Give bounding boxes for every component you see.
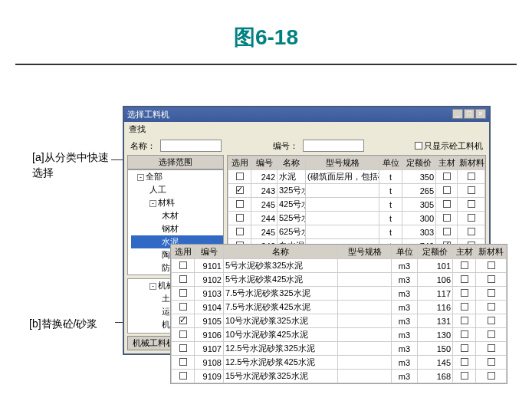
select-checkbox[interactable] [179, 261, 187, 269]
select-checkbox[interactable] [179, 303, 187, 311]
main-mat-checkbox[interactable] [461, 358, 468, 366]
new-mat-checkbox[interactable] [468, 214, 475, 222]
select-checkbox[interactable] [179, 372, 187, 380]
cell [338, 370, 392, 383]
col-header[interactable]: 主材 [453, 245, 476, 259]
new-mat-checkbox[interactable] [488, 303, 495, 311]
select-checkbox[interactable] [179, 317, 187, 324]
select-checkbox[interactable] [236, 200, 244, 208]
select-checkbox[interactable] [236, 186, 244, 194]
col-header[interactable]: 编号 [251, 156, 277, 170]
col-header[interactable]: 型号规格 [338, 245, 392, 259]
select-checkbox[interactable] [179, 344, 187, 352]
table-row[interactable]: 243325号水泥t265 [228, 184, 485, 198]
main-mat-checkbox[interactable] [443, 186, 451, 194]
main-mat-checkbox[interactable] [461, 330, 468, 338]
select-checkbox[interactable] [236, 228, 244, 235]
min-icon[interactable]: _ [452, 109, 463, 119]
table-row[interactable]: 910915号水泥砂浆325水泥m3168 [172, 370, 507, 383]
select-checkbox[interactable] [179, 330, 187, 338]
only-checkbox[interactable] [415, 142, 422, 150]
col-header[interactable]: 型号规格 [306, 156, 379, 170]
select-checkbox[interactable] [179, 275, 187, 283]
main-mat-checkbox[interactable] [443, 228, 451, 235]
new-mat-checkbox[interactable] [488, 372, 495, 380]
main-mat-checkbox[interactable] [461, 344, 468, 352]
main-mat-checkbox[interactable] [461, 372, 468, 380]
table-row[interactable]: 244525号水泥t300 [228, 212, 485, 225]
select-checkbox[interactable] [236, 173, 244, 180]
new-mat-checkbox[interactable] [488, 275, 495, 283]
new-mat-checkbox[interactable] [468, 186, 475, 194]
new-mat-checkbox[interactable] [468, 228, 475, 235]
col-header[interactable]: 单位 [392, 245, 418, 259]
only-checkbox-label[interactable]: 只显示砼工料机 [415, 140, 483, 152]
table-row[interactable]: 910812.5号水泥砂浆425水泥m3145 [172, 356, 507, 370]
table-row[interactable]: 91047.5号水泥砂浆425水泥m3116 [172, 301, 507, 314]
cell: 145 [418, 356, 453, 370]
new-mat-checkbox[interactable] [468, 173, 475, 180]
tree-item[interactable]: -全部 [131, 170, 223, 183]
main-mat-checkbox[interactable] [443, 200, 451, 208]
search-row: 名称： 编号： 只显示砼工料机 [124, 136, 489, 155]
cell [476, 370, 507, 383]
name-input[interactable] [160, 140, 222, 152]
new-mat-checkbox[interactable] [488, 317, 495, 324]
cell [436, 184, 458, 198]
col-header[interactable]: 定额价 [402, 156, 436, 170]
select-checkbox[interactable] [236, 214, 244, 222]
cell: m3 [392, 356, 418, 370]
tree-item[interactable]: 人工 [131, 183, 223, 196]
col-header[interactable]: 新材料 [476, 245, 507, 259]
select-checkbox[interactable] [179, 289, 187, 297]
col-header[interactable]: 选用 [172, 245, 195, 259]
new-mat-checkbox[interactable] [488, 344, 495, 352]
close-icon[interactable]: × [475, 109, 486, 119]
max-icon[interactable]: □ [464, 109, 475, 119]
tree-item[interactable]: -材料 [131, 196, 223, 209]
table-row[interactable]: 910610号水泥砂浆425水泥m3130 [172, 328, 507, 342]
table-row[interactable]: 910712.5号水泥砂浆325水泥m3150 [172, 342, 507, 356]
main-mat-checkbox[interactable] [461, 303, 468, 311]
col-header[interactable]: 新材料 [458, 156, 485, 170]
cell: 10号水泥砂浆425水泥 [224, 328, 338, 342]
table-row[interactable]: 245625号水泥t303 [228, 225, 485, 239]
main-mat-checkbox[interactable] [461, 317, 468, 324]
cell [228, 198, 251, 212]
table-row[interactable]: 242水泥(砌筑面层用，包括砂)t350 [228, 170, 485, 184]
col-header[interactable]: 编号 [195, 245, 224, 259]
new-mat-checkbox[interactable] [468, 200, 475, 208]
table-row[interactable]: 91025号水泥砂浆425水泥m3106 [172, 273, 507, 287]
code-input[interactable] [303, 140, 364, 152]
table-row[interactable]: 91015号水泥砂浆325水泥m3101 [172, 259, 507, 273]
tree-item[interactable]: 木材 [131, 209, 223, 222]
grid-bottom-panel[interactable]: 选用编号名称型号规格单位定额价主材新材料91015号水泥砂浆325水泥m3101… [170, 244, 507, 384]
title-rule [15, 64, 517, 65]
table-row[interactable]: 245425号水泥t305 [228, 198, 485, 212]
new-mat-checkbox[interactable] [488, 330, 495, 338]
expand-icon[interactable]: - [149, 200, 156, 207]
new-mat-checkbox[interactable] [488, 289, 495, 297]
cell: 168 [418, 370, 453, 383]
col-header[interactable]: 名称 [277, 156, 306, 170]
tree-item[interactable]: 钢材 [131, 222, 223, 235]
table-row[interactable]: 91037.5号水泥砂浆325水泥m3117 [172, 287, 507, 301]
expand-icon[interactable]: - [149, 283, 156, 290]
main-mat-checkbox[interactable] [461, 261, 468, 269]
col-header[interactable]: 主材 [436, 156, 458, 170]
new-mat-checkbox[interactable] [488, 261, 495, 269]
new-mat-checkbox[interactable] [488, 358, 495, 366]
expand-icon[interactable]: - [137, 174, 144, 181]
main-mat-checkbox[interactable] [461, 289, 468, 297]
main-mat-checkbox[interactable] [443, 214, 451, 222]
col-header[interactable]: 选用 [228, 156, 251, 170]
main-mat-checkbox[interactable] [461, 275, 468, 283]
main-mat-checkbox[interactable] [443, 173, 451, 180]
select-checkbox[interactable] [179, 358, 187, 366]
col-header[interactable]: 定额价 [418, 245, 453, 259]
col-header[interactable]: 名称 [224, 245, 338, 259]
cell: 9101 [195, 259, 224, 273]
cell [476, 356, 507, 370]
table-row[interactable]: 910510号水泥砂浆325水泥m3131 [172, 314, 507, 328]
col-header[interactable]: 单位 [379, 156, 402, 170]
